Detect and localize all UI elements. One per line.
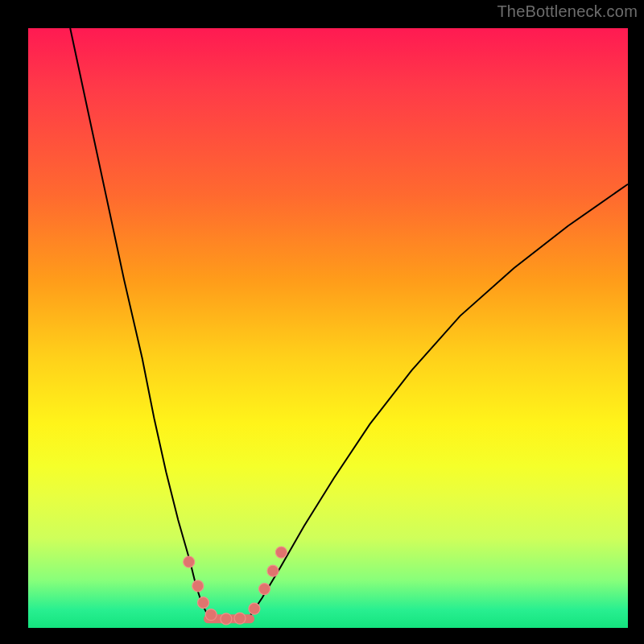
curve-right [250, 184, 628, 616]
data-marker [192, 580, 204, 592]
data-marker [249, 603, 260, 614]
data-marker [275, 547, 287, 558]
data-marker [259, 584, 270, 595]
data-marker [267, 565, 279, 576]
data-marker [205, 609, 217, 621]
curve-svg [28, 28, 628, 628]
chart-container: TheBottleneck.com [0, 0, 644, 644]
plot-area [28, 28, 628, 628]
data-marker [198, 597, 209, 609]
watermark-text: TheBottleneck.com [497, 2, 638, 21]
data-marker [184, 556, 195, 568]
marker-group [184, 547, 287, 625]
data-marker [234, 613, 246, 624]
data-marker [221, 613, 232, 625]
curve-left [70, 28, 208, 616]
